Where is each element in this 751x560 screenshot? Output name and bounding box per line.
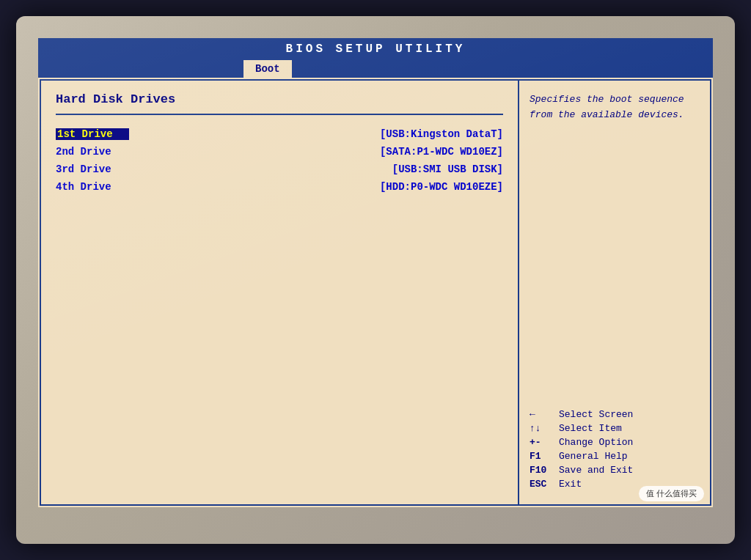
watermark: 值 什么值得买 [639, 486, 704, 501]
bios-title: BIOS SETUP UTILITY [286, 43, 466, 56]
right-panel: Specifies the boot sequence from the ava… [519, 81, 710, 504]
key-sym-2: +- [530, 437, 559, 448]
key-desc-0: Select Screen [559, 409, 633, 420]
drive-item-4[interactable]: 4th Drive [HDD:P0-WDC WD10EZE] [56, 181, 503, 193]
key-sym-4: F10 [530, 465, 559, 476]
drive-label-1: 1st Drive [56, 128, 129, 140]
key-sym-3: F1 [530, 451, 559, 462]
screen: BIOS SETUP UTILITY Boot Hard Disk Drives… [38, 38, 713, 507]
menu-bar: Boot [38, 60, 713, 78]
content-area: Hard Disk Drives 1st Drive [USB:Kingston… [40, 79, 711, 506]
drive-list: 1st Drive [USB:Kingston DataT] 2nd Drive… [56, 128, 503, 193]
key-sym-1: ↑↓ [530, 423, 559, 434]
left-panel: Hard Disk Drives 1st Drive [USB:Kingston… [41, 81, 519, 504]
section-title: Hard Disk Drives [56, 92, 503, 106]
bios-title-bar: BIOS SETUP UTILITY [38, 38, 713, 60]
menu-item-boot[interactable]: Boot [243, 60, 292, 78]
key-sym-0: ← [530, 409, 559, 420]
drive-label-2: 2nd Drive [56, 146, 129, 158]
drive-item-2[interactable]: 2nd Drive [SATA:P1-WDC WD10EZ] [56, 146, 503, 158]
key-row-1: ↑↓ Select Item [530, 423, 700, 434]
monitor-frame: BIOS SETUP UTILITY Boot Hard Disk Drives… [16, 16, 735, 544]
key-row-4: F10 Save and Exit [530, 465, 700, 476]
key-row-0: ← Select Screen [530, 409, 700, 420]
key-desc-4: Save and Exit [559, 465, 633, 476]
key-desc-2: Change Option [559, 437, 633, 448]
help-text: Specifies the boot sequence from the ava… [530, 92, 700, 123]
drive-value-3: [USB:SMI USB DISK] [392, 163, 503, 175]
drive-value-2: [SATA:P1-WDC WD10EZ] [380, 146, 503, 158]
key-desc-3: General Help [559, 451, 628, 462]
key-row-2: +- Change Option [530, 437, 700, 448]
key-desc-1: Select Item [559, 423, 622, 434]
drive-value-1: [USB:Kingston DataT] [380, 128, 503, 140]
drive-value-4: [HDD:P0-WDC WD10EZE] [380, 181, 503, 193]
drive-item-1[interactable]: 1st Drive [USB:Kingston DataT] [56, 128, 503, 140]
key-sym-5: ESC [530, 479, 559, 490]
bios-container: BIOS SETUP UTILITY Boot Hard Disk Drives… [38, 38, 713, 507]
key-row-3: F1 General Help [530, 451, 700, 462]
key-help: ← Select Screen ↑↓ Select Item +- Change… [530, 402, 700, 493]
key-desc-5: Exit [559, 479, 582, 490]
drive-label-3: 3rd Drive [56, 163, 129, 175]
divider [56, 114, 503, 115]
drive-item-3[interactable]: 3rd Drive [USB:SMI USB DISK] [56, 163, 503, 175]
drive-label-4: 4th Drive [56, 181, 129, 193]
